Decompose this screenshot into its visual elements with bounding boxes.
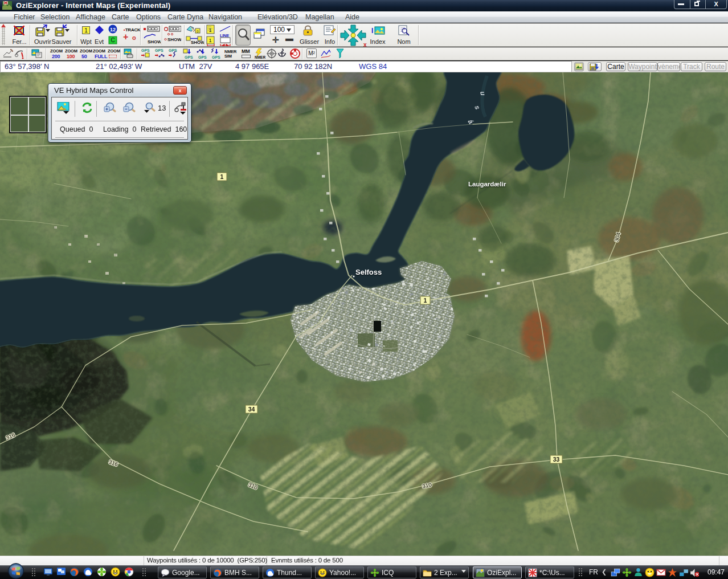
svg-text:1: 1 [220,173,224,180]
svg-text:GPS: GPS [198,55,207,59]
svg-text:Selfoss: Selfoss [355,268,382,276]
svg-text:12: 12 [110,27,116,32]
svg-text:1: 1 [84,27,88,34]
svg-text:C: C [111,37,114,43]
svg-text:NMER: NMER [255,55,265,59]
svg-text:GPS: GPS [185,55,193,59]
svg-text:GPS: GPS [141,48,150,52]
svg-text:SHOW: SHOW [167,37,181,42]
svg-text:SHOW: SHOW [191,40,204,45]
svg-text:GPS: GPS [212,55,220,59]
svg-text:SHOW: SHOW [148,39,161,44]
svg-text:33: 33 [553,456,560,463]
svg-text:GPS: GPS [169,48,177,52]
svg-text:1: 1 [208,27,211,33]
svg-text:1: 1 [424,297,427,304]
svg-text:GPS: GPS [155,48,163,52]
svg-text:1: 1 [208,38,211,43]
svg-text:34: 34 [248,406,255,413]
svg-text:I: I [371,27,373,35]
svg-text:Laugardælir: Laugardælir [468,181,506,187]
